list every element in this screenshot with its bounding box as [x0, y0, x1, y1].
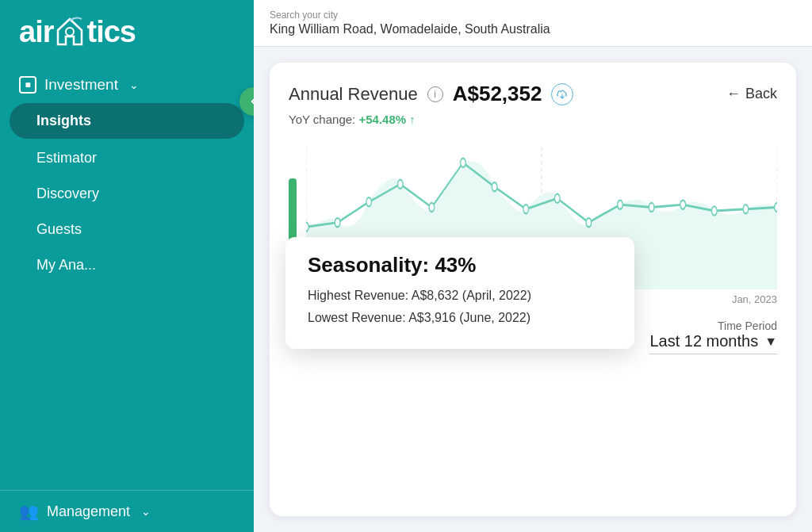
guests-label: Guests	[36, 221, 82, 237]
search-container: Search your city	[270, 10, 796, 36]
investment-chevron: ⌄	[129, 78, 139, 91]
investment-icon: ■	[19, 76, 36, 94]
logo-area: air tics	[0, 0, 254, 62]
estimator-label: Estimator	[36, 150, 97, 166]
chart-dot-8	[555, 194, 561, 203]
chart-dot-9	[586, 218, 592, 227]
chart-dot-5	[461, 159, 466, 167]
sidebar-item-estimator[interactable]: Estimator	[0, 140, 254, 176]
sidebar-item-discovery[interactable]: Discovery	[0, 176, 254, 212]
revenue-card: Annual Revenue i A$52,352 ← Back YoY cha…	[270, 63, 796, 516]
chart-dot-13	[712, 206, 718, 215]
discovery-label: Discovery	[36, 186, 99, 201]
tooltip-highest: Highest Revenue: A$8,632 (April, 2022)	[308, 289, 612, 303]
chart-dot-0	[306, 223, 308, 232]
search-label: Search your city	[270, 10, 796, 21]
chart-dot-12	[680, 201, 686, 209]
tooltip-lowest: Lowest Revenue: A$3,916 (June, 2022)	[308, 311, 612, 325]
logo-icon	[55, 14, 85, 49]
back-arrow-icon: ←	[726, 86, 741, 102]
my-analytics-label: My Ana...	[36, 257, 96, 273]
revenue-amount: A$52,352	[453, 82, 542, 106]
sidebar-item-guests[interactable]: Guests	[0, 212, 254, 247]
chart-dot-15	[775, 203, 777, 212]
sidebar-item-management[interactable]: 👥 Management ⌄	[0, 490, 254, 532]
chart-dot-1	[335, 218, 340, 227]
sidebar-item-insights[interactable]: Insights	[10, 103, 244, 139]
yoy-label: YoY change:	[289, 113, 355, 126]
main-content: Search your city Annual Revenue i A$52,3…	[254, 0, 812, 532]
back-button[interactable]: ← Back	[726, 86, 777, 102]
search-input[interactable]	[270, 22, 796, 36]
management-label: Management	[47, 503, 130, 520]
cloud-download-icon	[557, 89, 568, 100]
yoy-change: YoY change: +54.48% ↑	[289, 113, 777, 126]
tooltip-title: Seasonality: 43%	[308, 253, 612, 277]
chart-dot-10	[618, 201, 623, 209]
house-icon	[55, 14, 85, 49]
time-period-chevron-icon[interactable]: ▼	[764, 335, 777, 349]
logo-text-after: tics	[86, 15, 135, 49]
people-icon: 👥	[19, 502, 39, 521]
download-icon[interactable]	[551, 83, 573, 105]
chart-dot-4	[429, 203, 435, 212]
time-period-label: Time Period	[649, 320, 777, 332]
chart-dot-3	[398, 180, 404, 189]
brand-logo: air tics	[19, 14, 136, 49]
sidebar: air tics ■ Investment ⌄ Insi	[0, 0, 254, 532]
revenue-header: Annual Revenue i A$52,352 ← Back	[289, 82, 777, 106]
sidebar-nav: ■ Investment ⌄ Insights Estimator Discov…	[0, 62, 254, 490]
chevron-left-icon	[247, 94, 254, 109]
insights-label: Insights	[36, 113, 91, 128]
search-bar: Search your city	[254, 0, 812, 47]
chart-dot-7	[523, 205, 529, 213]
yoy-value: +54.48% ↑	[358, 113, 415, 126]
investment-label: Investment	[44, 76, 118, 94]
logo-text-before: air	[19, 15, 53, 49]
chart-date-label: Jan, 2023	[732, 293, 777, 305]
info-icon[interactable]: i	[427, 86, 443, 102]
time-period-value: Last 12 months	[649, 332, 758, 350]
chart-dot-11	[649, 203, 654, 212]
chart-dot-2	[366, 197, 372, 206]
svg-point-0	[66, 28, 74, 36]
sidebar-item-investment[interactable]: ■ Investment ⌄	[0, 68, 254, 101]
chart-dot-14	[743, 205, 749, 213]
back-label: Back	[745, 86, 777, 102]
management-chevron: ⌄	[141, 505, 151, 518]
chart-dot-6	[492, 182, 497, 191]
revenue-title: Annual Revenue	[289, 84, 418, 105]
sidebar-item-my-analytics[interactable]: My Ana...	[0, 247, 254, 283]
seasonality-tooltip: Seasonality: 43% Highest Revenue: A$8,63…	[285, 237, 634, 349]
